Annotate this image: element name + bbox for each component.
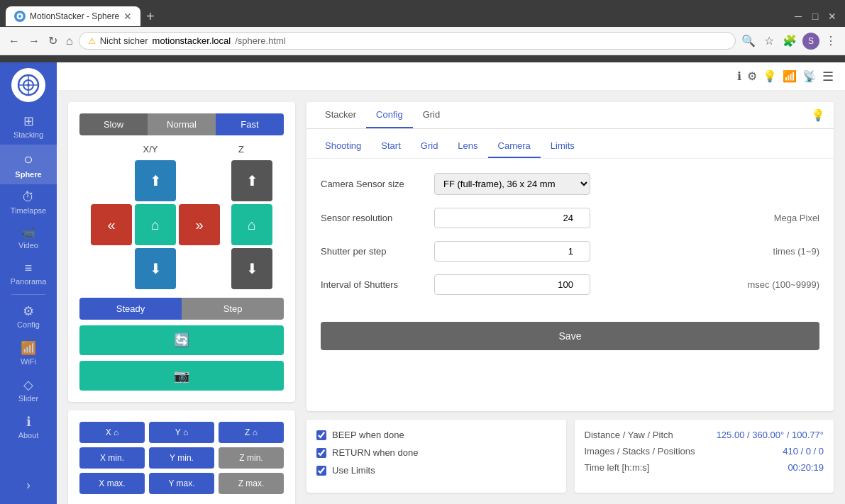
search-button[interactable]: 🔍 bbox=[739, 31, 758, 50]
sub-tab-camera[interactable]: Camera bbox=[488, 135, 541, 158]
tab-close-button[interactable]: ✕ bbox=[123, 11, 132, 22]
sidebar-divider bbox=[11, 294, 45, 295]
interval-unit: msec (100~9999) bbox=[747, 279, 819, 290]
sidebar-collapse-button[interactable]: › bbox=[23, 472, 33, 498]
x-max-button[interactable]: X max. bbox=[79, 473, 145, 494]
left-panel: Slow Normal Fast X/Y Z ⬆ bbox=[68, 102, 295, 493]
direction-pad: ⬆ « ⌂ » ⬇ ⬆ ⌂ bbox=[79, 160, 284, 289]
bookmark-button[interactable]: ☆ bbox=[761, 31, 777, 50]
beep-row: BEEP when done bbox=[316, 430, 556, 440]
sub-tab-lens[interactable]: Lens bbox=[448, 135, 487, 158]
reload-button[interactable]: ↻ bbox=[45, 31, 60, 50]
extensions-button[interactable]: 🧩 bbox=[780, 31, 800, 50]
window-controls: ─ □ ✕ bbox=[791, 9, 839, 23]
shutter-label: Shutter per step bbox=[321, 246, 434, 257]
new-tab-button[interactable]: + bbox=[140, 9, 160, 25]
y-home-button[interactable]: Y ⌂ bbox=[149, 422, 214, 443]
bulb-header-icon[interactable]: 💡 bbox=[763, 69, 777, 83]
signal-header-icon[interactable]: 📡 bbox=[802, 69, 817, 83]
limits-checkbox[interactable] bbox=[316, 466, 326, 476]
z-up-button[interactable]: ⬆ bbox=[231, 160, 272, 201]
browser-tab[interactable]: MotionStacker - Sphere ✕ bbox=[6, 6, 140, 26]
empty-1 bbox=[91, 160, 132, 201]
refresh-button[interactable]: 🔄 bbox=[79, 325, 284, 355]
slider-icon: ◇ bbox=[23, 377, 33, 393]
address-bar[interactable]: ⚠ Nicht sicher motionstacker.local /sphe… bbox=[79, 32, 736, 50]
minimize-button[interactable]: ─ bbox=[791, 9, 805, 23]
images-stat-value: 410 / 0 / 0 bbox=[783, 446, 824, 457]
x-home-button[interactable]: X ⌂ bbox=[79, 422, 145, 443]
left-button[interactable]: « bbox=[91, 204, 132, 245]
x-min-button[interactable]: X min. bbox=[79, 447, 145, 469]
right-button[interactable]: » bbox=[179, 204, 220, 245]
shutter-input[interactable] bbox=[434, 241, 590, 262]
settings-header-icon[interactable]: ⚙ bbox=[747, 69, 757, 83]
resolution-input[interactable] bbox=[434, 208, 590, 228]
down-button[interactable]: ⬇ bbox=[135, 248, 176, 289]
images-stat-label: Images / Stacks / Positions bbox=[585, 446, 695, 457]
sidebar-item-stacking[interactable]: ⊞ Stacking bbox=[0, 108, 57, 145]
z-home-button[interactable]: ⌂ bbox=[231, 204, 272, 245]
step-mode-button[interactable]: Step bbox=[182, 298, 284, 320]
back-button[interactable]: ← bbox=[6, 32, 23, 50]
sidebar-item-video[interactable]: 📹 Video bbox=[0, 220, 57, 255]
z-min-button[interactable]: Z min. bbox=[219, 447, 284, 469]
browser-chrome: MotionStacker - Sphere ✕ + ─ □ ✕ ← → ↻ ⌂… bbox=[0, 0, 845, 62]
return-checkbox[interactable] bbox=[316, 448, 326, 458]
close-button[interactable]: ✕ bbox=[825, 9, 839, 23]
z-axis-label: Z bbox=[199, 144, 284, 155]
app-logo bbox=[11, 68, 45, 102]
sub-tab-start[interactable]: Start bbox=[371, 135, 410, 158]
info-header-icon[interactable]: ℹ bbox=[737, 69, 741, 83]
slow-speed-button[interactable]: Slow bbox=[79, 113, 148, 135]
fast-speed-button[interactable]: Fast bbox=[216, 113, 284, 135]
resolution-unit: Mega Pixel bbox=[774, 213, 819, 223]
security-warning: ⚠ bbox=[88, 36, 96, 46]
camera-button[interactable]: 📷 bbox=[79, 361, 284, 391]
empty-4 bbox=[179, 248, 220, 289]
sub-tab-shooting[interactable]: Shooting bbox=[315, 135, 371, 158]
sensor-size-select[interactable]: FF (full-frame), 36 x 24 mm APS-C, 23.6 … bbox=[434, 173, 590, 195]
sidebar-item-config[interactable]: ⚙ Config bbox=[0, 298, 57, 335]
z-home-pos-button[interactable]: Z ⌂ bbox=[219, 422, 284, 443]
sidebar-item-wifi[interactable]: 📶 WiFi bbox=[0, 335, 57, 371]
sidebar-item-sphere[interactable]: ○ Sphere bbox=[0, 145, 57, 184]
tab-config[interactable]: Config bbox=[366, 102, 413, 128]
home-button[interactable]: ⌂ bbox=[63, 32, 76, 50]
sub-tab-grid[interactable]: Grid bbox=[411, 135, 448, 158]
wifi-header-icon[interactable]: 📶 bbox=[783, 69, 797, 83]
beep-checkbox[interactable] bbox=[316, 430, 326, 440]
sidebar-label-wifi: WiFi bbox=[21, 357, 36, 366]
sidebar-label-sphere: Sphere bbox=[15, 170, 41, 179]
sidebar-item-panorama[interactable]: ≡ Panorama bbox=[0, 255, 57, 291]
resolution-label: Sensor resolution bbox=[321, 213, 434, 223]
tab-stacker[interactable]: Stacker bbox=[315, 102, 366, 128]
home-xy-button[interactable]: ⌂ bbox=[135, 204, 176, 245]
maximize-button[interactable]: □ bbox=[808, 9, 822, 23]
y-min-button[interactable]: Y min. bbox=[149, 447, 214, 469]
help-hint-icon[interactable]: 💡 bbox=[811, 108, 825, 122]
up-button[interactable]: ⬆ bbox=[135, 160, 176, 201]
config-icon: ⚙ bbox=[23, 303, 34, 319]
y-max-button[interactable]: Y max. bbox=[149, 473, 214, 494]
sidebar-item-timelapse[interactable]: ⏱ Timelapse bbox=[0, 184, 57, 220]
z-down-button[interactable]: ⬇ bbox=[231, 248, 272, 289]
sensor-size-label: Camera Sensor size bbox=[321, 179, 434, 189]
sidebar-item-slider[interactable]: ◇ Slider bbox=[0, 371, 57, 408]
interval-input[interactable] bbox=[434, 274, 590, 295]
normal-speed-button[interactable]: Normal bbox=[148, 113, 216, 135]
profile-button[interactable]: S bbox=[802, 33, 819, 50]
steady-mode-button[interactable]: Steady bbox=[79, 298, 182, 320]
hamburger-icon[interactable]: ☰ bbox=[822, 69, 834, 84]
save-button[interactable]: Save bbox=[321, 322, 819, 350]
forward-button[interactable]: → bbox=[26, 32, 43, 50]
sidebar: ⊞ Stacking ○ Sphere ⏱ Timelapse 📹 Video … bbox=[0, 62, 57, 504]
camera-tab-content: Camera Sensor size FF (full-frame), 36 x… bbox=[306, 159, 834, 411]
tab-grid[interactable]: Grid bbox=[413, 102, 451, 128]
sub-tab-limits[interactable]: Limits bbox=[541, 135, 585, 158]
sidebar-label-panorama: Panorama bbox=[11, 277, 47, 286]
svg-point-1 bbox=[18, 15, 21, 18]
sidebar-item-about[interactable]: ℹ About bbox=[0, 408, 57, 445]
menu-button[interactable]: ⋮ bbox=[822, 31, 839, 50]
z-max-button[interactable]: Z max. bbox=[219, 473, 284, 494]
